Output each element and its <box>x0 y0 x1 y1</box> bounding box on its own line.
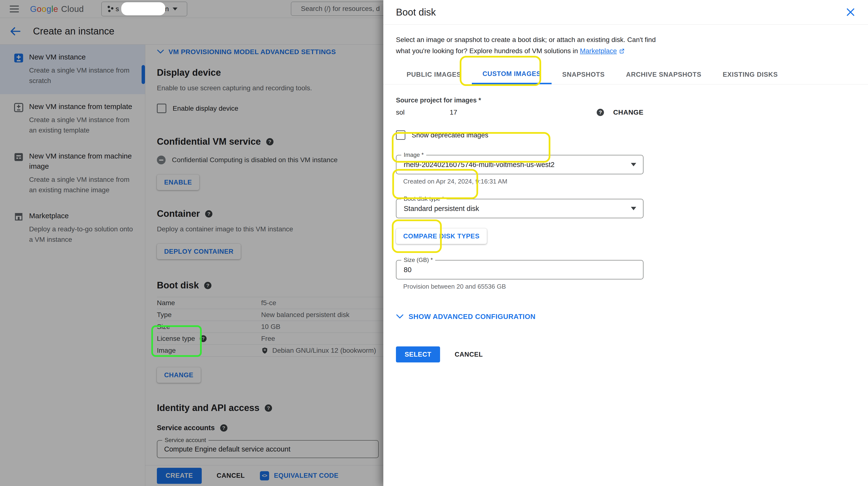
image-field-label: Image * <box>401 151 426 158</box>
image-created-helper: Created on Apr 24, 2024, 9:16:31 AM <box>396 178 868 185</box>
marketplace-link[interactable]: Marketplace <box>580 47 617 55</box>
image-select[interactable]: Image * rhel9-20240216075746-multi-voltm… <box>396 155 644 174</box>
source-project-suffix: 17 <box>450 109 457 116</box>
gcp-console: Google Cloud s n Create an instance <box>0 0 868 486</box>
dropdown-arrow-icon <box>631 207 636 210</box>
show-deprecated-row: Show deprecated images <box>396 131 868 140</box>
panel-header: Boot disk <box>383 0 868 25</box>
size-field-label: Size (GB) * <box>401 257 435 263</box>
panel-body: Select an image or snapshot to create a … <box>383 34 868 363</box>
show-advanced-configuration-toggle[interactable]: SHOW ADVANCED CONFIGURATION <box>396 313 868 321</box>
show-deprecated-checkbox[interactable] <box>396 131 405 140</box>
tab-existing-disks[interactable]: EXISTING DISKS <box>712 65 788 84</box>
source-project-label: Source project for images * <box>396 96 868 104</box>
panel-actions: SELECT CANCEL <box>396 346 868 363</box>
external-link-icon <box>619 48 625 54</box>
panel-title: Boot disk <box>396 7 436 18</box>
boot-disk-type-select[interactable]: Boot disk type * Standard persistent dis… <box>396 199 644 218</box>
panel-description: Select an image or snapshot to create a … <box>396 34 668 57</box>
boot-disk-type-value: Standard persistent disk <box>404 205 479 213</box>
size-helper: Provision between 20 and 65536 GB <box>396 283 868 290</box>
image-source-tabs: PUBLIC IMAGES CUSTOM IMAGES SNAPSHOTS AR… <box>383 65 868 84</box>
source-project-prefix: sol <box>396 109 405 116</box>
panel-description-text: Select an image or snapshot to create a … <box>396 36 656 55</box>
modal-scrim[interactable] <box>0 0 383 486</box>
chevron-down-icon <box>396 314 404 320</box>
help-icon[interactable]: ? <box>597 109 604 116</box>
tab-archive-snapshots[interactable]: ARCHIVE SNAPSHOTS <box>615 65 712 84</box>
panel-cancel-button[interactable]: CANCEL <box>453 350 484 359</box>
compare-disk-types-button[interactable]: COMPARE DISK TYPES <box>396 228 487 244</box>
size-input[interactable]: Size (GB) * 80 <box>396 260 644 279</box>
tab-public-images[interactable]: PUBLIC IMAGES <box>396 65 472 84</box>
boot-disk-panel: Boot disk Select an image or snapshot to… <box>383 0 868 486</box>
image-field-value: rhel9-20240216075746-multi-voltmesh-us-w… <box>404 161 555 169</box>
tab-custom-images[interactable]: CUSTOM IMAGES <box>472 65 552 84</box>
source-project-row: sol 17 ? CHANGE <box>396 109 644 116</box>
close-icon[interactable] <box>846 7 856 17</box>
show-advanced-configuration-label: SHOW ADVANCED CONFIGURATION <box>408 313 535 321</box>
dropdown-arrow-icon <box>631 163 636 166</box>
size-field-value: 80 <box>404 266 411 274</box>
show-deprecated-label: Show deprecated images <box>412 131 488 139</box>
tab-snapshots[interactable]: SNAPSHOTS <box>552 65 615 84</box>
change-project-button[interactable]: CHANGE <box>613 109 644 116</box>
select-button[interactable]: SELECT <box>396 346 440 363</box>
boot-disk-type-label: Boot disk type * <box>401 195 446 202</box>
redacted-project-name <box>121 2 165 15</box>
